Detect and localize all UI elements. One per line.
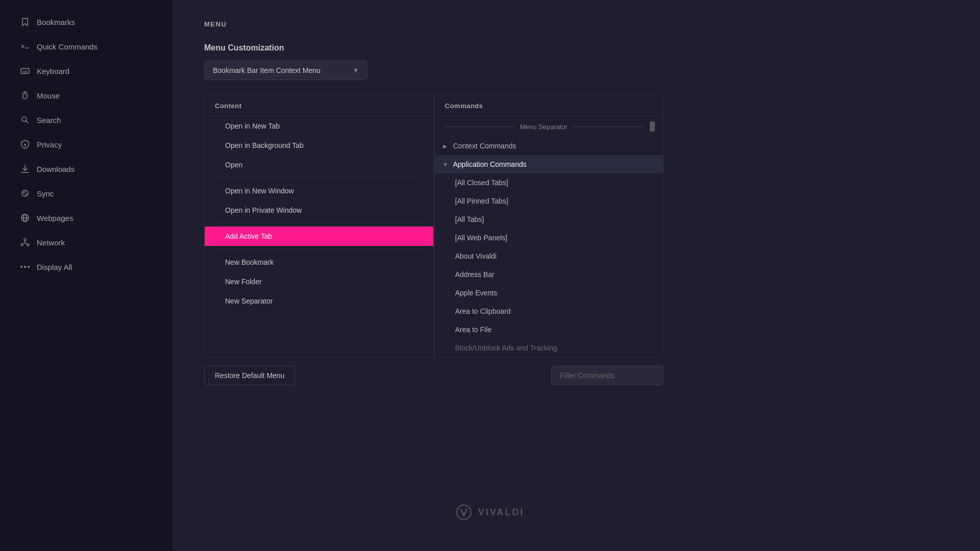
block-unblock-label: Block/Unblock Ads and Tracking xyxy=(455,344,557,352)
sidebar-item-display-all-label: Display All xyxy=(37,263,72,271)
webpages-icon xyxy=(20,213,30,222)
bookmark-icon xyxy=(20,17,30,27)
sidebar-item-bookmarks[interactable]: Bookmarks xyxy=(5,10,168,34)
dropdown-row: Bookmark Bar Item Context Menu ▼ xyxy=(204,61,949,80)
chevron-down-icon: ▼ xyxy=(353,67,359,74)
area-to-file-item[interactable]: Area to File xyxy=(435,320,664,339)
page-title: MENU xyxy=(204,20,949,28)
search-icon xyxy=(20,115,30,124)
sidebar-item-sync[interactable]: Sync xyxy=(5,182,168,205)
vivaldi-name: VIVALDI xyxy=(478,507,525,518)
block-unblock-item[interactable]: Block/Unblock Ads and Tracking xyxy=(435,339,664,357)
commands-panel-body: Menu Separator ▶ Context Commands ▼ Appl… xyxy=(435,116,664,357)
list-item[interactable]: Open in New Tab xyxy=(205,116,433,136)
content-separator xyxy=(215,178,423,178)
context-commands-item[interactable]: ▶ Context Commands xyxy=(435,137,664,155)
vivaldi-logo: VIVALDI xyxy=(456,504,525,520)
about-vivaldi-item[interactable]: About Vivaldi xyxy=(435,247,664,265)
svg-point-27 xyxy=(28,266,30,268)
bottom-row: Restore Default Menu xyxy=(204,366,664,385)
dropdown-value: Bookmark Bar Item Context Menu xyxy=(213,66,321,74)
menu-separator-label: Menu Separator xyxy=(520,123,568,131)
sidebar-item-search-label: Search xyxy=(37,116,61,124)
sidebar-item-keyboard-label: Keyboard xyxy=(37,67,69,76)
svg-line-23 xyxy=(22,243,25,244)
quick-commands-icon xyxy=(20,42,30,51)
list-item[interactable]: Open xyxy=(205,155,433,174)
content-panel-header: Content xyxy=(205,96,433,116)
svg-point-25 xyxy=(24,266,26,268)
area-to-clipboard-item[interactable]: Area to Clipboard xyxy=(435,302,664,320)
all-pinned-tabs-label: [All Pinned Tabs] xyxy=(455,197,508,205)
content-separator xyxy=(215,249,423,249)
all-tabs-item[interactable]: [All Tabs] xyxy=(435,210,664,229)
all-closed-tabs-label: [All Closed Tabs] xyxy=(455,179,508,187)
apple-events-item[interactable]: Apple Events xyxy=(435,284,664,302)
sidebar-item-search[interactable]: Search xyxy=(5,108,168,132)
sidebar-item-sync-label: Sync xyxy=(37,189,54,198)
all-web-panels-item[interactable]: [All Web Panels] xyxy=(435,229,664,247)
list-item[interactable]: New Bookmark xyxy=(205,253,433,272)
application-commands-item[interactable]: ▼ Application Commands xyxy=(435,155,664,173)
svg-point-28 xyxy=(457,505,471,519)
scroll-handle xyxy=(650,121,655,132)
sidebar-item-webpages-label: Webpages xyxy=(37,214,73,222)
sidebar-item-mouse-label: Mouse xyxy=(37,91,60,100)
sidebar-item-keyboard[interactable]: Keyboard xyxy=(5,59,168,83)
area-to-clipboard-label: Area to Clipboard xyxy=(455,307,511,315)
chevron-down-icon: ▼ xyxy=(443,162,449,167)
sidebar-item-network-label: Network xyxy=(37,238,65,247)
sidebar-item-privacy[interactable]: Privacy xyxy=(5,133,168,156)
sidebar-item-quick-commands[interactable]: Quick Commands xyxy=(5,35,168,58)
svg-rect-1 xyxy=(21,68,29,73)
downloads-icon xyxy=(20,164,30,173)
svg-line-10 xyxy=(26,121,29,123)
address-bar-item[interactable]: Address Bar xyxy=(435,265,664,284)
app-container: Bookmarks Quick Commands xyxy=(0,0,980,551)
sidebar-item-display-all[interactable]: Display All xyxy=(5,255,168,279)
sidebar-item-downloads-label: Downloads xyxy=(37,165,75,173)
restore-default-button[interactable]: Restore Default Menu xyxy=(204,366,295,385)
all-tabs-label: [All Tabs] xyxy=(455,215,484,223)
svg-point-29 xyxy=(463,514,465,516)
svg-point-15 xyxy=(22,190,28,196)
sync-icon xyxy=(20,189,30,198)
menu-dropdown[interactable]: Bookmark Bar Item Context Menu ▼ xyxy=(204,61,368,80)
panels-container: Content Open in New Tab Open in Backgrou… xyxy=(204,95,664,358)
all-pinned-tabs-item[interactable]: [All Pinned Tabs] xyxy=(435,192,664,210)
svg-point-26 xyxy=(20,266,22,268)
section-title: Menu Customization xyxy=(204,43,949,53)
sidebar-item-downloads[interactable]: Downloads xyxy=(5,157,168,181)
content-panel-body: Open in New Tab Open in Background Tab O… xyxy=(205,116,433,311)
commands-panel: Commands Menu Separator ▶ Context Comman… xyxy=(434,95,664,358)
about-vivaldi-label: About Vivaldi xyxy=(455,252,497,260)
filter-commands-input[interactable] xyxy=(551,366,664,385)
sidebar-item-mouse[interactable]: Mouse xyxy=(5,84,168,107)
commands-panel-header: Commands xyxy=(435,96,664,116)
add-active-tab-item[interactable]: Add Active Tab xyxy=(205,227,433,246)
apple-events-label: Apple Events xyxy=(455,289,498,297)
list-item[interactable]: New Separator xyxy=(205,291,433,311)
menu-separator-row: Menu Separator xyxy=(435,116,664,137)
keyboard-icon xyxy=(20,66,30,76)
sidebar-item-bookmarks-label: Bookmarks xyxy=(37,18,75,27)
privacy-icon xyxy=(20,140,30,149)
application-commands-label: Application Commands xyxy=(453,160,527,168)
vivaldi-icon xyxy=(456,504,472,520)
sidebar-item-privacy-label: Privacy xyxy=(37,140,62,149)
address-bar-label: Address Bar xyxy=(455,270,495,279)
main-content: MENU Menu Customization Bookmark Bar Ite… xyxy=(174,0,980,551)
list-item[interactable]: Open in Private Window xyxy=(205,201,433,220)
sidebar-item-network[interactable]: Network xyxy=(5,231,168,254)
all-closed-tabs-item[interactable]: [All Closed Tabs] xyxy=(435,173,664,192)
all-web-panels-label: [All Web Panels] xyxy=(455,234,507,242)
list-item[interactable]: New Folder xyxy=(205,272,433,291)
sep-line-right xyxy=(573,127,645,127)
sidebar-item-quick-commands-label: Quick Commands xyxy=(37,42,97,51)
sidebar-item-webpages[interactable]: Webpages xyxy=(5,206,168,230)
chevron-right-icon: ▶ xyxy=(443,143,449,149)
svg-line-24 xyxy=(25,243,28,244)
content-separator xyxy=(215,223,423,223)
list-item[interactable]: Open in New Window xyxy=(205,181,433,201)
list-item[interactable]: Open in Background Tab xyxy=(205,136,433,155)
